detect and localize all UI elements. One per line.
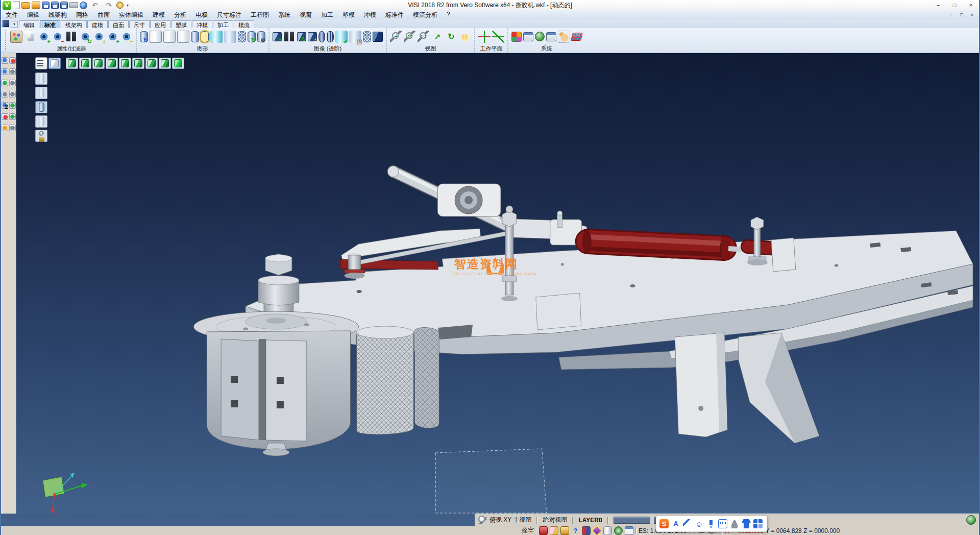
sheet-tool-icon[interactable]	[9, 125, 16, 131]
network-globe-icon[interactable]	[966, 515, 976, 525]
lock-toggle-label[interactable]: 拴牢	[522, 526, 534, 535]
sogou-logo[interactable]: S	[659, 519, 669, 528]
menu-flow-analysis[interactable]: 模流分析	[408, 10, 442, 20]
menu-wireframe[interactable]: 线架构	[44, 10, 71, 20]
menu-dimension[interactable]: 尺寸标注	[212, 10, 246, 20]
hidden-line-view-icon[interactable]	[163, 31, 176, 43]
adv-plusminus-icon[interactable]: ±	[308, 32, 317, 41]
import-icon[interactable]	[32, 2, 40, 9]
tab-dropdown-arrow[interactable]: ▾	[11, 21, 18, 28]
dashed-hidden-view-icon[interactable]	[177, 31, 189, 43]
view-cube-default-icon-button[interactable]	[48, 58, 61, 69]
copy-attributes-icon[interactable]	[24, 31, 36, 43]
zoom-window-icon[interactable]: ±	[390, 31, 402, 43]
tab-mould[interactable]: 塑膜	[171, 20, 191, 28]
adv-lights-icon[interactable]	[283, 31, 296, 43]
display-mode-4-icon-button[interactable]	[35, 115, 47, 128]
model-canvas[interactable]	[16, 53, 979, 514]
open-icon[interactable]	[21, 2, 30, 9]
snap-gold-icon[interactable]	[560, 526, 569, 535]
grid-plane-icon[interactable]	[571, 33, 583, 41]
profile-icon[interactable]	[730, 519, 739, 528]
modify-tool-icon[interactable]	[9, 80, 16, 86]
flat-view-icon[interactable]	[224, 31, 236, 43]
tab-flow[interactable]: 模流	[234, 20, 254, 28]
refresh-visibility-icon[interactable]: ↻	[79, 31, 91, 43]
toggle-visibility-icon[interactable]: ±	[93, 31, 105, 43]
menu-stamping[interactable]: 冲模	[359, 10, 381, 20]
workplane-set-icon[interactable]	[492, 31, 504, 43]
tab-wireframe[interactable]: 线架构	[61, 20, 87, 28]
close-button[interactable]: ×	[963, 1, 979, 10]
adv-add-icon[interactable]: +	[273, 32, 282, 41]
tab-dimension[interactable]: 尺寸	[129, 20, 150, 28]
wireframe-view-icon[interactable]	[150, 31, 162, 43]
tab-stamping[interactable]: 冲模	[192, 20, 212, 28]
emoji-icon[interactable]: ☺	[695, 519, 704, 528]
view-left-icon-button[interactable]	[106, 58, 118, 69]
preview-icon[interactable]	[80, 2, 87, 9]
mdi-close-button[interactable]: ×	[967, 11, 977, 18]
new-document-icon[interactable]	[13, 1, 20, 9]
rotate-view-icon[interactable]: ↻	[445, 31, 457, 43]
input-mode-icon[interactable]: A	[671, 519, 680, 528]
rotate-tool-icon[interactable]	[2, 80, 8, 86]
tab-modeling[interactable]: 建模	[87, 20, 108, 28]
add-to-view-icon[interactable]: +	[38, 31, 50, 43]
display-mode-2-icon-button[interactable]	[35, 87, 47, 99]
snap-red-icon[interactable]	[539, 526, 548, 535]
small-window-icon[interactable]	[625, 526, 633, 535]
save-all-icon[interactable]	[60, 2, 68, 9]
palette-tool-icon[interactable]	[2, 125, 8, 131]
skin-icon[interactable]	[742, 519, 751, 528]
translucent-view-icon[interactable]	[210, 31, 223, 43]
view-bottom-icon-button[interactable]	[145, 58, 158, 69]
view-front-icon-button[interactable]	[79, 58, 91, 69]
gem-highlight-icon[interactable]	[593, 526, 601, 535]
viewport-3d[interactable]: 智造资料网 INTELLIGENT MANUFACTURING DATA	[16, 53, 979, 514]
zoom-previous-icon[interactable]: ↗	[431, 31, 444, 43]
menu-modeling[interactable]: 建模	[148, 10, 169, 20]
edit-2d-tool-icon[interactable]: 2	[2, 102, 8, 109]
erase-tool-icon[interactable]	[2, 113, 8, 120]
handwriting-icon[interactable]	[683, 519, 692, 528]
minimize-button[interactable]: −	[930, 1, 946, 10]
remove-from-view-icon[interactable]: −	[52, 31, 64, 43]
mesh-shading-icon[interactable]	[363, 31, 371, 42]
menu-machining[interactable]: 加工	[316, 10, 338, 20]
menu-solid-edit[interactable]: 实体编辑	[114, 10, 148, 20]
shaded-edges-view-icon[interactable]	[201, 31, 209, 42]
save-icon[interactable]	[42, 2, 50, 9]
app-settings-icon[interactable]	[523, 32, 533, 41]
tab-machining[interactable]: 加工	[213, 20, 233, 28]
menu-standard-parts[interactable]: 标准件	[381, 10, 408, 20]
view-mode-label[interactable]: 绝对视图	[543, 516, 567, 524]
history-icon[interactable]	[116, 2, 124, 9]
adv-refresh-icon[interactable]: ↻	[297, 32, 306, 41]
hide-all-icon[interactable]: −	[120, 31, 133, 43]
snap-mask-icon[interactable]	[550, 526, 558, 535]
menu-electrode[interactable]: 电极	[191, 10, 212, 20]
mesh-view-icon[interactable]	[238, 31, 246, 42]
paste-tool-icon[interactable]	[9, 91, 16, 98]
validate-shading-icon[interactable]: ✓	[335, 31, 348, 43]
zoom-all-icon[interactable]: ⤧	[404, 31, 416, 43]
zoom-tool-icon[interactable]	[2, 57, 8, 64]
save-as-icon[interactable]	[51, 2, 59, 9]
filter-lights-icon[interactable]	[65, 31, 78, 43]
color-palette-icon[interactable]	[511, 32, 522, 42]
capsule-shaded-icon[interactable]	[318, 31, 325, 42]
view-top-icon-button[interactable]	[132, 58, 144, 69]
modify-attributes-icon[interactable]	[10, 31, 22, 43]
graphics-settings-icon[interactable]: ⚙	[257, 31, 265, 42]
menu-system[interactable]: 系统	[274, 10, 295, 20]
maximize-button[interactable]: □	[946, 1, 963, 10]
reference-shading-icon[interactable]: ◳	[349, 31, 361, 43]
menu-mould[interactable]: 塑模	[338, 10, 359, 20]
view-back-icon-button[interactable]	[92, 58, 105, 69]
view-iso-icon-button[interactable]	[66, 58, 78, 69]
mdi-restore-button[interactable]: □	[957, 11, 967, 18]
help-icon[interactable]: ?	[571, 526, 580, 535]
menu-surface[interactable]: 曲面	[93, 10, 114, 20]
menu-drawing[interactable]: 工程图	[246, 10, 274, 20]
